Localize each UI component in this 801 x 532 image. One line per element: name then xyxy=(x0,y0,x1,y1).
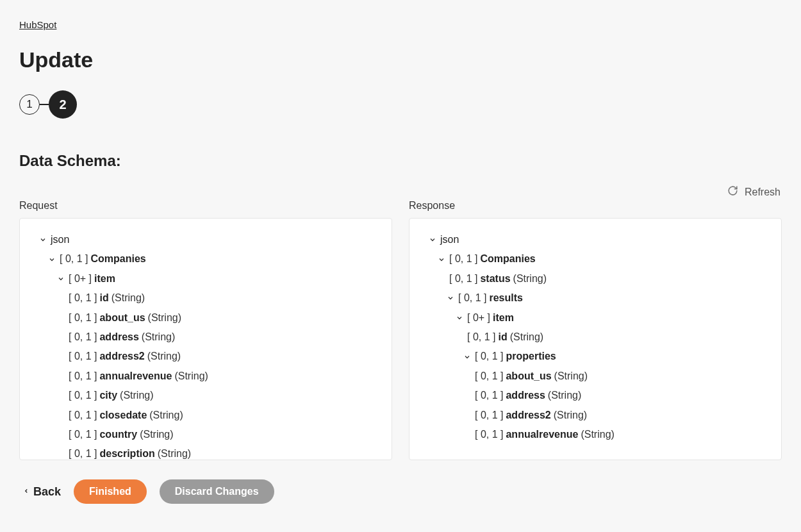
field-type: (String) xyxy=(554,367,588,386)
field-type: (String) xyxy=(174,367,208,386)
step-1[interactable]: 1 xyxy=(19,94,40,115)
cardinality: [ 0, 1 ] xyxy=(458,288,486,308)
field-type: (String) xyxy=(140,425,173,444)
chevron-down-icon xyxy=(462,353,472,361)
refresh-label: Refresh xyxy=(745,187,780,198)
tree-node-field[interactable]: [ 0, 1 ] city (String) xyxy=(26,386,385,405)
tree-node-status[interactable]: [ 0, 1 ] status (String) xyxy=(416,269,775,288)
tree-node-field[interactable]: [ 0, 1 ] id (String) xyxy=(416,328,775,347)
tree-label: properties xyxy=(506,347,556,366)
finished-button[interactable]: Finished xyxy=(74,479,147,504)
cardinality: [ 0+ ] xyxy=(69,269,92,288)
tree-node-companies[interactable]: [ 0, 1 ] Companies xyxy=(416,249,775,269)
stepper: 1 2 xyxy=(19,90,782,119)
back-label: Back xyxy=(33,485,61,499)
response-schema-box[interactable]: json [ 0, 1 ] Companies [ 0, 1 ] status … xyxy=(409,218,782,460)
tree-node-properties[interactable]: [ 0, 1 ] properties xyxy=(416,347,775,366)
tree-node-field[interactable]: [ 0, 1 ] annualrevenue (String) xyxy=(26,367,385,386)
cardinality: [ 0, 1 ] xyxy=(467,328,495,347)
field-name: annualrevenue xyxy=(99,367,172,386)
cardinality: [ 0, 1 ] xyxy=(69,444,97,460)
field-type: (String) xyxy=(149,406,183,425)
tree-label-json: json xyxy=(440,230,459,249)
field-name: address xyxy=(99,328,138,347)
footer: Back Finished Discard Changes xyxy=(19,479,782,504)
cardinality: [ 0, 1 ] xyxy=(449,269,477,288)
cardinality: [ 0, 1 ] xyxy=(69,328,97,347)
chevron-down-icon xyxy=(436,256,447,263)
chevron-down-icon xyxy=(445,294,456,302)
tree-node-field[interactable]: [ 0, 1 ] country (String) xyxy=(26,425,385,444)
tree-node-results[interactable]: [ 0, 1 ] results xyxy=(416,288,775,308)
field-name: address xyxy=(506,386,545,405)
cardinality: [ 0, 1 ] xyxy=(69,406,97,425)
field-type: (String) xyxy=(120,386,153,405)
field-name: description xyxy=(99,444,154,460)
discard-button[interactable]: Discard Changes xyxy=(160,479,274,504)
cardinality: [ 0, 1 ] xyxy=(69,367,97,386)
tree-label-json: json xyxy=(51,230,69,249)
field-type: (String) xyxy=(148,308,181,328)
field-type: (String) xyxy=(581,425,614,444)
field-name: address2 xyxy=(506,406,550,425)
tree-node-field[interactable]: [ 0, 1 ] description (String) xyxy=(26,444,385,460)
field-name: status xyxy=(480,269,510,288)
response-label: Response xyxy=(409,200,782,212)
back-button[interactable]: Back xyxy=(23,485,61,499)
tree-label: Companies xyxy=(480,249,535,269)
tree-node-field[interactable]: [ 0, 1 ] annualrevenue (String) xyxy=(416,425,775,444)
tree-label: Companies xyxy=(90,249,145,269)
cardinality: [ 0, 1 ] xyxy=(475,367,503,386)
tree-node-field[interactable]: [ 0, 1 ] address2 (String) xyxy=(26,347,385,366)
cardinality: [ 0, 1 ] xyxy=(69,308,97,328)
tree-node-field[interactable]: [ 0, 1 ] closedate (String) xyxy=(26,406,385,425)
cardinality: [ 0, 1 ] xyxy=(475,425,503,444)
field-name: annualrevenue xyxy=(506,425,578,444)
chevron-left-icon xyxy=(23,485,29,499)
tree-node-field[interactable]: [ 0, 1 ] id (String) xyxy=(26,288,385,308)
request-schema-box[interactable]: json [ 0, 1 ] Companies [ 0+ ] item [ 0,… xyxy=(19,218,392,460)
cardinality: [ 0, 1 ] xyxy=(69,386,97,405)
tree-node-field[interactable]: [ 0, 1 ] about_us (String) xyxy=(416,367,775,386)
tree-node-json[interactable]: json xyxy=(26,230,385,249)
field-name: country xyxy=(99,425,137,444)
tree-node-field[interactable]: [ 0, 1 ] about_us (String) xyxy=(26,308,385,328)
tree-node-json[interactable]: json xyxy=(416,230,775,249)
field-name: about_us xyxy=(99,308,145,328)
tree-node-field[interactable]: [ 0, 1 ] address2 (String) xyxy=(416,406,775,425)
request-label: Request xyxy=(19,200,392,212)
field-type: (String) xyxy=(142,328,175,347)
cardinality: [ 0, 1 ] xyxy=(69,425,97,444)
field-type: (String) xyxy=(513,269,547,288)
cardinality: [ 0, 1 ] xyxy=(449,249,477,269)
chevron-down-icon xyxy=(56,275,66,283)
chevron-down-icon xyxy=(427,236,438,244)
cardinality: [ 0+ ] xyxy=(467,308,490,328)
field-type: (String) xyxy=(554,406,587,425)
refresh-icon xyxy=(727,185,738,199)
field-name: city xyxy=(99,386,117,405)
field-name: closedate xyxy=(99,406,147,425)
step-2[interactable]: 2 xyxy=(49,90,77,119)
chevron-down-icon xyxy=(38,236,48,244)
field-name: about_us xyxy=(506,367,551,386)
refresh-button[interactable]: Refresh xyxy=(727,185,780,199)
cardinality: [ 0, 1 ] xyxy=(60,249,88,269)
breadcrumb-hubspot[interactable]: HubSpot xyxy=(19,19,56,30)
cardinality: [ 0, 1 ] xyxy=(475,406,503,425)
tree-node-item[interactable]: [ 0+ ] item xyxy=(26,269,385,288)
field-type: (String) xyxy=(510,328,543,347)
tree-node-field[interactable]: [ 0, 1 ] address (String) xyxy=(416,386,775,405)
cardinality: [ 0, 1 ] xyxy=(475,347,503,366)
tree-node-item[interactable]: [ 0+ ] item xyxy=(416,308,775,328)
tree-label: results xyxy=(489,288,522,308)
response-column: Response json [ 0, 1 ] Companies [ 0, 1 … xyxy=(409,200,782,460)
field-name: id xyxy=(498,328,507,347)
field-type: (String) xyxy=(548,386,581,405)
tree-node-field[interactable]: [ 0, 1 ] address (String) xyxy=(26,328,385,347)
cardinality: [ 0, 1 ] xyxy=(475,386,503,405)
tree-node-companies[interactable]: [ 0, 1 ] Companies xyxy=(26,249,385,269)
field-name: id xyxy=(99,288,108,308)
field-type: (String) xyxy=(111,288,145,308)
cardinality: [ 0, 1 ] xyxy=(69,288,97,308)
